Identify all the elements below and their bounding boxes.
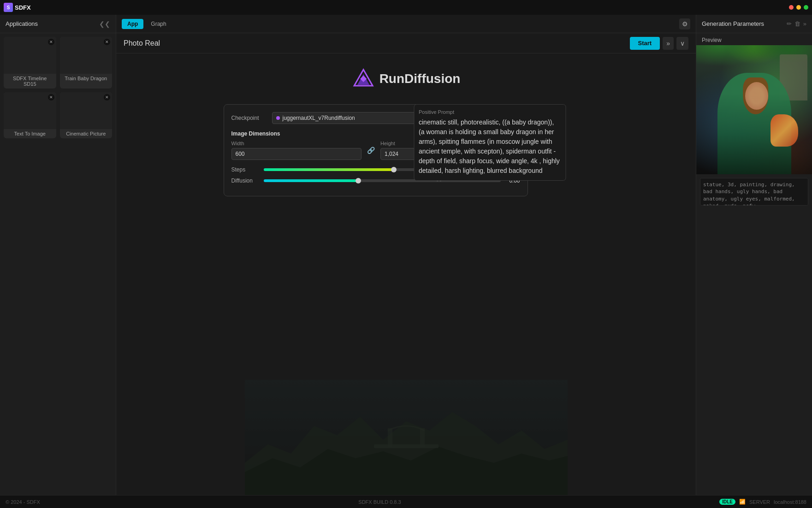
maximize-window-btn[interactable] <box>804 5 808 10</box>
sidebar-card-4[interactable]: ✕ Cinematic Picture <box>60 92 113 138</box>
negative-prompt-textarea[interactable]: statue, 3d, painting, drawing, bad hands… <box>700 178 808 206</box>
server-label: SERVER <box>749 499 770 505</box>
rp-expand-btn[interactable]: » <box>803 20 806 27</box>
top-bar: S SDFX <box>0 0 812 15</box>
preview-label: Preview <box>696 33 812 45</box>
bottom-bar: © 2024 - SDFX SDFX BUILD 0.8.3 IDLE 📶 SE… <box>0 495 812 508</box>
bottom-center: SDFX BUILD 0.8.3 <box>47 499 712 505</box>
positive-prompt-area: Positive Prompt cinematic still, photore… <box>414 104 566 181</box>
svg-rect-5 <box>388 428 392 447</box>
card-label-2: Train Baby Dragon <box>60 74 113 83</box>
rp-trash-btn[interactable]: 🗑 <box>794 20 800 27</box>
preview-image <box>696 45 812 174</box>
sidebar-card-1[interactable]: ✕ SDFX Timeline SD15 <box>4 37 56 89</box>
checkpoint-select-inner: juggernautXL_v7Rundiffusion <box>276 115 355 121</box>
steps-slider-fill <box>264 168 394 171</box>
prompt-text[interactable]: cinematic still, photorealistic, ((a bab… <box>419 118 561 176</box>
link-icon: 🔗 <box>365 147 377 154</box>
rundiffusion-logo: RunDiffusion <box>352 67 461 90</box>
bottom-right: IDLE 📶 SERVER localhost:8188 <box>719 499 806 505</box>
preview-face <box>745 82 768 110</box>
card-close-1[interactable]: ✕ <box>48 39 54 45</box>
workflow-actions: Start » ∨ <box>630 37 688 50</box>
canvas-area: RunDiffusion Checkpoint juggernautXL_v7R… <box>116 53 696 495</box>
start-button[interactable]: Start <box>630 37 660 50</box>
build-info: SDFX BUILD 0.8.3 <box>358 499 401 505</box>
wifi-icon: 📶 <box>739 499 746 505</box>
close-window-btn[interactable] <box>789 5 794 10</box>
collapse-btn[interactable]: ∨ <box>676 37 688 50</box>
sidebar-card-2[interactable]: ✕ Train Baby Dragon <box>60 37 113 89</box>
preview-dragon <box>771 114 798 147</box>
sidebar-header: Applications ❮❮ <box>0 15 116 33</box>
workflow-title: Photo Real <box>124 39 160 47</box>
generation-params-title: Generation Parameters <box>702 20 764 27</box>
svg-rect-6 <box>420 428 425 447</box>
tab-graph[interactable]: Graph <box>145 19 172 29</box>
card-label-3: Text To Image <box>4 129 56 138</box>
right-panel-header: Generation Parameters ✏ 🗑 » <box>696 15 812 33</box>
workflow-area: Photo Real Start » ∨ RunDiffusion <box>116 33 696 495</box>
content-area: App Graph ⚙ Photo Real Start » ∨ <box>116 15 696 495</box>
right-panel: Generation Parameters ✏ 🗑 » Preview <box>696 15 812 495</box>
card-label-1: SDFX Timeline SD15 <box>4 74 56 89</box>
diffusion-slider-thumb[interactable] <box>356 178 361 183</box>
status-badge: IDLE <box>719 499 735 505</box>
right-panel-actions: ✏ 🗑 » <box>787 20 806 27</box>
logo-icon: S <box>4 3 13 12</box>
steps-slider-thumb[interactable] <box>391 167 397 172</box>
diffusion-slider-fill <box>264 179 359 182</box>
settings-btn[interactable]: ⚙ <box>679 18 690 30</box>
workflow-header: Photo Real Start » ∨ <box>116 33 696 53</box>
card-close-3[interactable]: ✕ <box>48 94 54 100</box>
copyright-text: © 2024 - SDFX <box>6 499 40 505</box>
sidebar-card-3[interactable]: ✕ Text To Image <box>4 92 56 138</box>
app-logo: S SDFX <box>4 3 31 12</box>
checkpoint-label: Checkpoint <box>231 115 268 121</box>
sidebar: Applications ❮❮ ✕ SDFX Timeline SD15 ✕ T… <box>0 15 116 495</box>
app-name: SDFX <box>15 4 31 11</box>
sidebar-collapse-btn[interactable]: ❮❮ <box>99 20 110 28</box>
rd-logo-text: RunDiffusion <box>379 71 461 86</box>
card-close-4[interactable]: ✕ <box>104 94 110 100</box>
checkpoint-dot-icon <box>276 116 280 120</box>
rp-edit-btn[interactable]: ✏ <box>787 20 792 27</box>
nav-tabs: App Graph ⚙ <box>116 15 696 33</box>
card-close-2[interactable]: ✕ <box>104 39 110 45</box>
minimize-window-btn[interactable] <box>796 5 801 10</box>
localhost-label: localhost:8188 <box>774 499 806 505</box>
card-label-4: Cinematic Picture <box>60 129 113 138</box>
sidebar-grid: ✕ SDFX Timeline SD15 ✕ Train Baby Dragon… <box>0 33 116 142</box>
steps-label: Steps <box>231 166 259 173</box>
checkpoint-value: juggernautXL_v7Rundiffusion <box>283 115 355 121</box>
tab-app[interactable]: App <box>122 19 143 29</box>
main-layout: Applications ❮❮ ✕ SDFX Timeline SD15 ✕ T… <box>0 15 812 495</box>
prompt-label: Positive Prompt <box>419 109 561 115</box>
width-group: Width <box>231 141 362 160</box>
rd-logo-svg <box>352 67 375 90</box>
preview-section: Preview <box>696 33 812 174</box>
window-controls <box>789 5 808 10</box>
svg-rect-4 <box>374 444 439 448</box>
sidebar-title: Applications <box>6 20 38 27</box>
expand-btn[interactable]: » <box>663 37 674 50</box>
diffusion-label: Diffusion <box>231 177 259 184</box>
landscape-bg-svg <box>245 380 568 495</box>
width-label: Width <box>231 141 362 146</box>
width-input[interactable] <box>231 148 362 160</box>
